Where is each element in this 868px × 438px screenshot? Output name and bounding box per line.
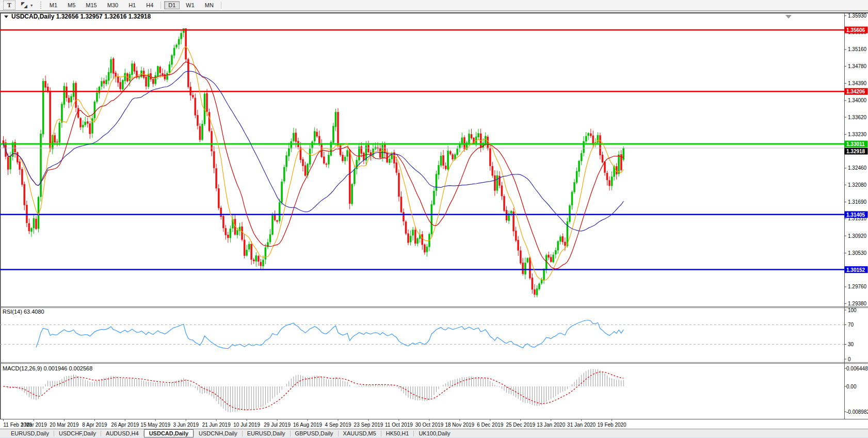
svg-text:-0.008982: -0.008982 bbox=[846, 409, 868, 415]
svg-text:1.33620: 1.33620 bbox=[848, 115, 867, 120]
svg-text:21 Jun 2019: 21 Jun 2019 bbox=[202, 422, 231, 428]
svg-text:3 Jun 2019: 3 Jun 2019 bbox=[173, 422, 199, 428]
top-toolbar: T ◤◢ ▼ M1M5M15M30H1H4D1W1MN bbox=[0, 0, 868, 11]
chart-tab-USDCNH-Daily[interactable]: USDCNH,Daily bbox=[194, 430, 242, 437]
svg-text:1.29760: 1.29760 bbox=[848, 284, 867, 289]
price-axis[interactable]: 1.359301.355501.351601.347801.343901.340… bbox=[844, 13, 867, 306]
chart-tab-AUDUSD-H4[interactable]: AUDUSD,H4 bbox=[101, 430, 143, 437]
svg-text:1.30152: 1.30152 bbox=[846, 267, 865, 273]
svg-text:1 Mar 2019: 1 Mar 2019 bbox=[21, 422, 47, 428]
svg-text:16 Aug 2019: 16 Aug 2019 bbox=[293, 422, 323, 428]
chart-shift-marker bbox=[785, 15, 792, 19]
timeframe-toolbar: M1M5M15M30H1H4D1W1MN bbox=[44, 1, 223, 9]
svg-text:0.006448: 0.006448 bbox=[846, 366, 868, 371]
svg-text:6 Dec 2019: 6 Dec 2019 bbox=[477, 422, 504, 428]
svg-text:70: 70 bbox=[848, 322, 854, 328]
svg-text:1.35930: 1.35930 bbox=[848, 13, 867, 19]
svg-text:1.34206: 1.34206 bbox=[846, 89, 865, 94]
chart-tab-UK100-Daily[interactable]: UK100,Daily bbox=[414, 430, 455, 437]
chart-tab-HK50-H1[interactable]: HK50,H1 bbox=[381, 430, 414, 437]
svg-text:1.32460: 1.32460 bbox=[848, 165, 867, 171]
timeframe-button-M1[interactable]: M1 bbox=[45, 1, 61, 9]
chart-tab-USDCHF-Daily[interactable]: USDCHF,Daily bbox=[54, 430, 101, 437]
svg-text:29 Jul 2019: 29 Jul 2019 bbox=[264, 422, 291, 428]
rsi-label: RSI(14) 63.4080 bbox=[3, 309, 44, 315]
timeframe-button-D1[interactable]: D1 bbox=[164, 1, 180, 9]
moving-averages bbox=[4, 46, 624, 280]
svg-text:30 Oct 2019: 30 Oct 2019 bbox=[415, 422, 444, 428]
svg-text:1.31690: 1.31690 bbox=[848, 199, 867, 205]
svg-text:100: 100 bbox=[848, 307, 857, 313]
timeframe-button-M5[interactable]: M5 bbox=[63, 1, 79, 9]
chart-tab-USDCAD-Daily[interactable]: USDCAD,Daily bbox=[144, 429, 194, 437]
symbol-ohlc-title: USDCAD,Daily 1.32656 1.32957 1.32616 1.3… bbox=[11, 13, 151, 20]
chart-tab-EURUSD-Daily[interactable]: EURUSD,Daily bbox=[243, 430, 290, 437]
chart-canvas[interactable]: 1.359301.355501.351601.347801.343901.340… bbox=[0, 11, 868, 429]
timeframe-button-MN[interactable]: MN bbox=[201, 1, 218, 9]
toolbar-grip bbox=[40, 2, 41, 9]
timeframe-button-M15[interactable]: M15 bbox=[82, 1, 101, 9]
arrows-icon: ◢ bbox=[24, 4, 26, 9]
title-collapse-icon bbox=[4, 15, 8, 18]
timeframe-button-H1[interactable]: H1 bbox=[124, 1, 140, 9]
svg-text:20 Mar 2019: 20 Mar 2019 bbox=[50, 422, 79, 428]
svg-text:8 Apr 2019: 8 Apr 2019 bbox=[82, 422, 107, 428]
text-tool-icon: T bbox=[7, 2, 11, 9]
timeframe-button-W1[interactable]: W1 bbox=[182, 1, 199, 9]
svg-text:1.35606: 1.35606 bbox=[846, 27, 865, 33]
timeframe-button-H4[interactable]: H4 bbox=[142, 1, 157, 9]
date-axis[interactable]: 11 Feb 20191 Mar 201920 Mar 20198 Apr 20… bbox=[4, 419, 627, 428]
svg-text:13 Jan 2020: 13 Jan 2020 bbox=[537, 422, 565, 428]
toolbar-separator bbox=[160, 2, 161, 9]
svg-text:1.30920: 1.30920 bbox=[848, 233, 867, 239]
chart-tabs-bar: EURUSD,DailyUSDCHF,DailyAUDUSD,H4USDCAD,… bbox=[0, 429, 868, 437]
dropdown-caret-icon[interactable]: ▼ bbox=[30, 4, 34, 7]
svg-text:1.32918: 1.32918 bbox=[846, 149, 865, 154]
macd-panel: 0.0064480.00-0.008982MACD(12,26,9) 0.001… bbox=[3, 365, 868, 415]
svg-text:15 May 2019: 15 May 2019 bbox=[140, 422, 170, 428]
svg-text:1.29380: 1.29380 bbox=[848, 301, 867, 306]
mt4-window: T ◤◢ ▼ M1M5M15M30H1H4D1W1MN 1.359301.355… bbox=[0, 0, 868, 438]
svg-text:1.34780: 1.34780 bbox=[848, 63, 867, 69]
timeframe-button-M30[interactable]: M30 bbox=[103, 1, 122, 9]
svg-text:0: 0 bbox=[848, 356, 851, 362]
svg-text:4 Sep 2019: 4 Sep 2019 bbox=[325, 422, 351, 428]
text-tool-button[interactable]: T bbox=[3, 1, 15, 10]
chart-tab-XAUUSD-M5[interactable]: XAUUSD,M5 bbox=[339, 430, 381, 437]
macd-label: MACD(12,26,9) 0.001946 0.002568 bbox=[3, 365, 92, 371]
macd-signal-line bbox=[4, 372, 624, 410]
svg-text:1.32080: 1.32080 bbox=[848, 182, 867, 188]
svg-text:19 Feb 2020: 19 Feb 2020 bbox=[598, 422, 627, 428]
svg-text:25 Dec 2019: 25 Dec 2019 bbox=[506, 422, 535, 428]
svg-text:0.00: 0.00 bbox=[846, 384, 857, 390]
svg-text:1.34000: 1.34000 bbox=[848, 98, 867, 103]
svg-text:11 Oct 2019: 11 Oct 2019 bbox=[385, 422, 413, 428]
svg-text:30: 30 bbox=[848, 342, 854, 347]
svg-text:1.33230: 1.33230 bbox=[848, 132, 867, 137]
svg-text:18 Nov 2019: 18 Nov 2019 bbox=[445, 422, 474, 428]
svg-text:26 Apr 2019: 26 Apr 2019 bbox=[111, 422, 139, 428]
chart-tab-EURUSD-Daily[interactable]: EURUSD,Daily bbox=[6, 430, 54, 437]
svg-text:1.34390: 1.34390 bbox=[848, 80, 867, 86]
svg-text:1.30530: 1.30530 bbox=[848, 250, 867, 256]
arrows-tool-button[interactable]: ◤◢ ▼ bbox=[20, 1, 35, 9]
chart-title: USDCAD,Daily 1.32656 1.32957 1.32616 1.3… bbox=[4, 13, 151, 20]
chart-tab-GBPUSD-Daily[interactable]: GBPUSD,Daily bbox=[291, 430, 338, 437]
svg-text:1.31405: 1.31405 bbox=[846, 212, 865, 218]
svg-text:1.33011: 1.33011 bbox=[846, 141, 865, 147]
svg-text:31 Jan 2020: 31 Jan 2020 bbox=[567, 422, 596, 428]
rsi-panel: 10070300RSI(14) 63.4080 bbox=[0, 307, 857, 362]
svg-text:23 Sep 2019: 23 Sep 2019 bbox=[354, 422, 383, 428]
toolbar-separator bbox=[221, 2, 221, 9]
svg-text:1.35160: 1.35160 bbox=[848, 46, 867, 52]
svg-text:10 Jul 2019: 10 Jul 2019 bbox=[233, 422, 260, 428]
macd-histogram bbox=[4, 369, 624, 412]
